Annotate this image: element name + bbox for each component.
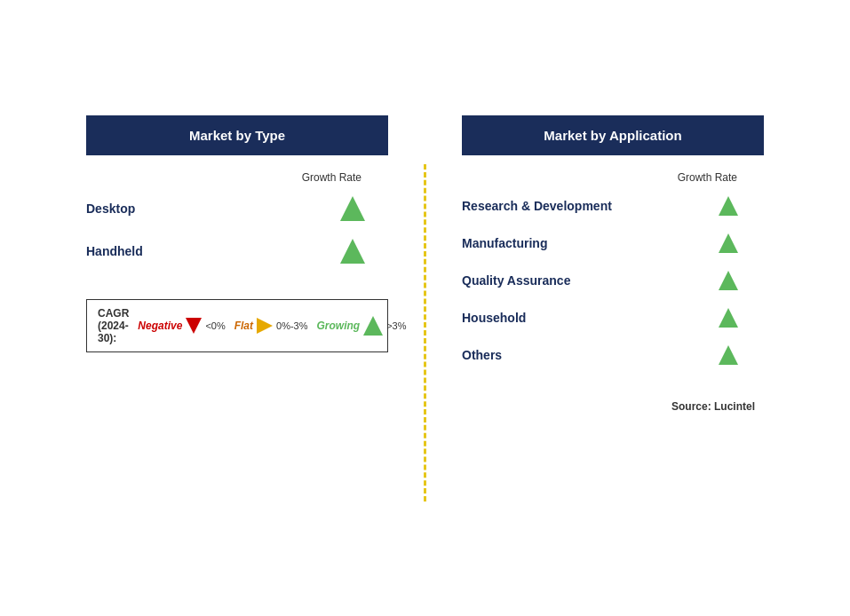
list-item: Household xyxy=(462,299,764,336)
right-panel: Market by Application Growth Rate Resear… xyxy=(462,115,764,413)
left-growth-rate-label: Growth Rate xyxy=(86,171,388,184)
left-panel-body: Growth Rate Desktop Handheld xyxy=(86,155,388,281)
right-item-mfg-label: Manufacturing xyxy=(462,236,702,250)
list-item: Others xyxy=(462,336,764,374)
legend-cagr-label: CAGR (2024-30): xyxy=(98,307,129,344)
left-item-desktop-label: Desktop xyxy=(86,201,326,216)
right-panel-header: Market by Application xyxy=(462,115,764,155)
vertical-divider xyxy=(424,164,426,501)
right-item-rd-arrow xyxy=(702,196,755,216)
arrow-right-icon xyxy=(257,318,273,334)
legend-flat-value: 0%-3% xyxy=(276,320,307,331)
arrow-up-icon xyxy=(719,308,738,328)
legend-growing-value: >3% xyxy=(386,320,406,331)
right-item-household-arrow xyxy=(702,308,755,328)
left-panel-bottom: CAGR (2024-30): Negative <0% Flat 0%-3% … xyxy=(86,281,388,352)
right-item-others-arrow xyxy=(702,345,755,365)
arrow-down-icon xyxy=(186,318,202,334)
legend-negative-value: <0% xyxy=(205,320,225,331)
list-item: Desktop xyxy=(86,187,388,230)
legend-growing-item: Growing >3% xyxy=(317,316,407,336)
right-item-others-label: Others xyxy=(462,348,702,362)
arrow-up-icon xyxy=(719,345,738,365)
legend-negative-label: Negative xyxy=(138,320,182,332)
arrow-up-green-icon xyxy=(363,316,383,336)
legend-box: CAGR (2024-30): Negative <0% Flat 0%-3% … xyxy=(86,299,388,352)
right-item-household-label: Household xyxy=(462,311,702,325)
main-container: Market by Type Growth Rate Desktop Handh… xyxy=(68,98,782,519)
right-item-mfg-arrow xyxy=(702,233,755,253)
source-label: Source: Lucintel xyxy=(462,400,764,413)
arrow-up-icon xyxy=(340,196,365,221)
legend-flat-item: Flat 0%-3% xyxy=(234,318,308,334)
arrow-up-icon xyxy=(340,239,365,264)
left-panel: Market by Type Growth Rate Desktop Handh… xyxy=(86,115,388,352)
right-item-qa-arrow xyxy=(702,271,755,290)
left-item-handheld-label: Handheld xyxy=(86,244,326,258)
right-item-qa-label: Quality Assurance xyxy=(462,273,702,288)
list-item: Manufacturing xyxy=(462,225,764,262)
left-item-handheld-arrow xyxy=(326,239,379,264)
right-panel-body: Growth Rate Research & Development Manuf… xyxy=(462,155,764,383)
arrow-up-icon xyxy=(719,233,738,253)
legend-negative-item: Negative <0% xyxy=(138,318,225,334)
left-item-desktop-arrow xyxy=(326,196,379,221)
legend-flat-label: Flat xyxy=(234,320,253,332)
list-item: Research & Development xyxy=(462,187,764,225)
right-growth-rate-label: Growth Rate xyxy=(462,171,764,184)
list-item: Handheld xyxy=(86,230,388,272)
left-panel-header: Market by Type xyxy=(86,115,388,155)
list-item: Quality Assurance xyxy=(462,262,764,299)
arrow-up-icon xyxy=(719,271,738,290)
right-item-rd-label: Research & Development xyxy=(462,199,702,213)
arrow-up-icon xyxy=(719,196,738,216)
legend-growing-label: Growing xyxy=(317,320,361,332)
